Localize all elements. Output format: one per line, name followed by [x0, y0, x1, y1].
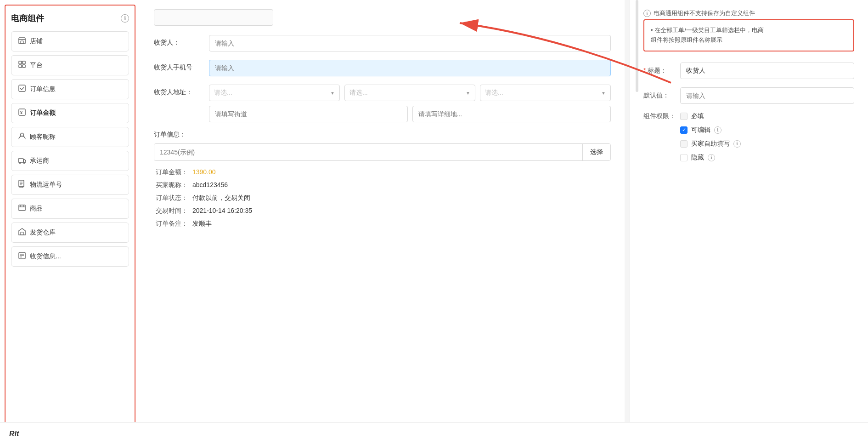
goods-icon	[18, 204, 26, 214]
right-panel: ℹ 电商通用组件不支持保存为自定义组件 • 在全部工单/一级类目工单筛选栏中，电…	[629, 0, 868, 445]
address-row: 收货人地址： 请选... ▼ 请选... ▼ 请选... ▼	[154, 85, 611, 122]
svg-rect-5	[23, 65, 25, 68]
order-status-value: 付款以前，交易关闭	[192, 194, 250, 202]
perm-hidden: 隐藏 ℹ	[680, 154, 741, 162]
phone-input[interactable]	[209, 60, 611, 76]
sidebar-item-order-amount[interactable]: ¥ 订单金额	[11, 103, 129, 123]
sidebar-item-label: 收货信息...	[30, 252, 61, 261]
sidebar-item-order-info[interactable]: 订单信息	[11, 79, 129, 99]
order-info-section: 订单信息： 选择 订单金额： 1390.00 买家昵称： abcd123456 …	[154, 131, 611, 228]
svg-rect-1	[21, 41, 23, 44]
detail-input[interactable]	[412, 106, 611, 122]
vertical-scrollbar[interactable]	[636, 0, 638, 92]
default-row: 默认值：	[643, 87, 854, 104]
bottom-bar: RIt	[0, 422, 868, 445]
default-input[interactable]	[680, 87, 854, 104]
sidebar-item-label: 平台	[30, 61, 43, 69]
street-input[interactable]	[209, 106, 408, 122]
required-checkbox[interactable]	[680, 113, 688, 120]
address-select-2[interactable]: 请选... ▼	[344, 85, 475, 101]
order-select-button[interactable]: 选择	[582, 144, 610, 160]
buyer-nickname-row: 买家昵称： abcd123456	[156, 181, 609, 189]
top-input-placeholder	[154, 9, 273, 26]
sidebar-item-label: 店铺	[30, 37, 43, 46]
perm-editable-label: 可编辑	[691, 126, 710, 134]
perm-required: 必填	[680, 112, 741, 120]
sidebar-item-label: 顾客昵称	[30, 133, 56, 141]
perm-buyer-label: 买家自助填写	[691, 140, 730, 148]
sidebar-item-customer[interactable]: 顾客昵称	[11, 127, 129, 147]
perm-buyer: 买家自助填写 ℹ	[680, 140, 741, 148]
address-control: 请选... ▼ 请选... ▼ 请选... ▼	[209, 85, 611, 122]
address-selects: 请选... ▼ 请选... ▼ 请选... ▼	[209, 85, 611, 101]
svg-rect-3	[23, 61, 25, 64]
order-info-label: 订单信息：	[154, 131, 611, 139]
buyer-info-icon[interactable]: ℹ	[733, 140, 741, 148]
perm-required-label: 必填	[691, 112, 704, 120]
editable-checkbox[interactable]	[680, 126, 688, 134]
main-content: 收货人： 收货人手机号 收货人地址： 请选... ▼	[140, 0, 625, 445]
chevron-down-icon-3: ▼	[601, 91, 606, 96]
editable-info-icon[interactable]: ℹ	[714, 126, 721, 134]
sidebar-item-carrier[interactable]: 承运商	[11, 151, 129, 171]
tracking-icon	[18, 180, 26, 190]
order-amount-row: 订单金额： 1390.00	[156, 168, 609, 177]
info-icon: ℹ	[643, 10, 651, 17]
svg-rect-20	[21, 232, 23, 235]
chevron-down-icon: ▼	[330, 91, 335, 96]
sidebar-item-shipping[interactable]: 收货信息...	[11, 246, 129, 267]
receiver-label: 收货人：	[154, 35, 209, 47]
sidebar-item-goods[interactable]: 商品	[11, 199, 129, 219]
warehouse-icon	[18, 228, 26, 238]
notice-area: ℹ 电商通用组件不支持保存为自定义组件 • 在全部工单/一级类目工单筛选栏中，电…	[643, 9, 854, 51]
order-amount-icon: ¥	[18, 108, 26, 118]
notice-bordered: • 在全部工单/一级类目工单筛选栏中，电商 组件将按照原组件名称展示	[643, 19, 854, 51]
sidebar-item-shop[interactable]: 店铺	[11, 31, 129, 51]
sidebar-item-label: 商品	[30, 205, 43, 213]
title-row: 标题：	[643, 63, 854, 79]
trade-time-key: 交易时间：	[156, 207, 192, 215]
svg-rect-4	[19, 65, 22, 68]
svg-rect-6	[19, 85, 25, 91]
address-inputs	[209, 106, 611, 122]
sidebar-header: 电商组件 ℹ	[11, 13, 129, 24]
sidebar-title: 电商组件	[11, 13, 44, 24]
hidden-checkbox[interactable]	[680, 154, 688, 161]
perm-hidden-label: 隐藏	[691, 154, 704, 162]
sidebar-item-tracking[interactable]: 物流运单号	[11, 175, 129, 195]
title-input[interactable]	[680, 63, 854, 79]
order-search-input[interactable]	[154, 144, 582, 160]
order-details: 订单金额： 1390.00 买家昵称： abcd123456 订单状态： 付款以…	[154, 168, 611, 228]
top-row	[154, 9, 611, 26]
bordered-notice-line1: • 在全部工单/一级类目工单筛选栏中，电商	[651, 26, 847, 35]
sidebar-item-label: 订单金额	[30, 109, 56, 117]
right-form: 标题： 默认值： 组件权限： 必填	[643, 63, 854, 162]
order-note-value: 发顺丰	[192, 220, 212, 228]
phone-label: 收货人手机号	[154, 60, 209, 72]
sidebar-item-label: 物流运单号	[30, 181, 62, 189]
order-info-icon	[18, 84, 26, 94]
permission-row: 组件权限： 必填 可编辑 ℹ 买	[643, 112, 854, 162]
svg-rect-10	[18, 159, 23, 162]
order-note-row: 订单备注： 发顺丰	[156, 220, 609, 228]
order-status-key: 订单状态：	[156, 194, 192, 202]
scrollbar-track	[625, 0, 629, 445]
sidebar-info-icon[interactable]: ℹ	[121, 14, 129, 23]
address-select-1[interactable]: 请选... ▼	[209, 85, 340, 101]
sidebar-item-warehouse[interactable]: 发货仓库	[11, 222, 129, 243]
bottom-text: RIt	[9, 430, 19, 438]
notice-line-1: ℹ 电商通用组件不支持保存为自定义组件	[643, 9, 854, 17]
customer-icon	[18, 132, 26, 142]
sidebar-item-label: 发货仓库	[30, 228, 56, 237]
sidebar-item-platform[interactable]: 平台	[11, 55, 129, 75]
buyer-checkbox[interactable]	[680, 140, 688, 148]
svg-point-12	[23, 162, 25, 164]
shipping-icon	[18, 251, 26, 262]
notice-text-1: 电商通用组件不支持保存为自定义组件	[654, 9, 755, 17]
address-select-3[interactable]: 请选... ▼	[480, 85, 611, 101]
receiver-input[interactable]	[209, 35, 611, 51]
shop-icon	[18, 36, 26, 46]
svg-rect-2	[19, 61, 22, 64]
hidden-info-icon[interactable]: ℹ	[708, 154, 715, 161]
trade-time-row: 交易时间： 2021-10-14 16:20:35	[156, 207, 609, 215]
